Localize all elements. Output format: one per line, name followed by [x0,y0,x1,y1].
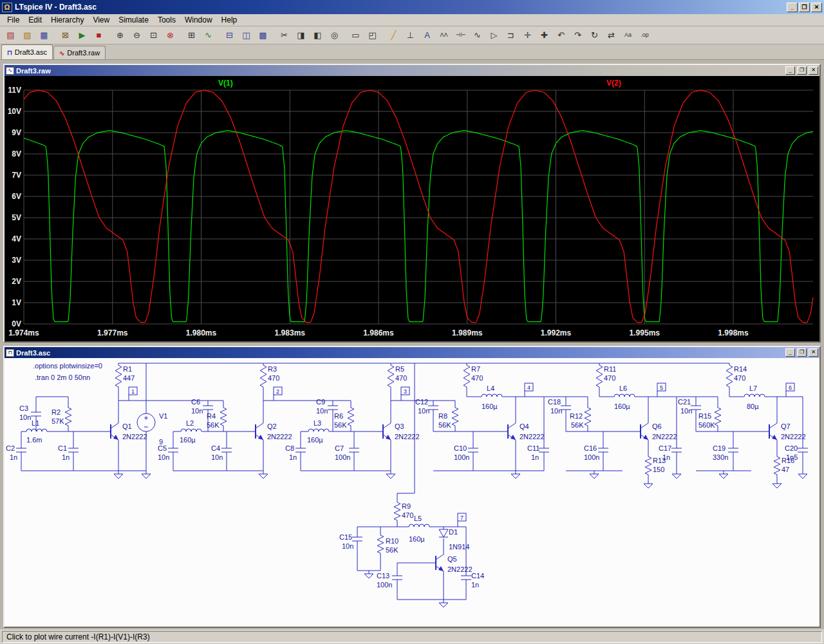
print-icon[interactable]: ▭ [348,28,364,43]
menu-simulate[interactable]: Simulate [114,14,153,26]
waveform-tab-icon: ∿ [59,50,64,57]
redo-icon[interactable]: ↷ [570,28,586,43]
tile-vertical-icon[interactable]: ◫ [238,28,254,43]
text-icon[interactable]: Aa [620,28,636,43]
svg-text:1n: 1n [289,453,297,461]
spectrum-icon[interactable]: ∿ [200,28,216,43]
menu-window[interactable]: Window [180,14,217,26]
toolbar-separator [108,28,112,43]
zoom-clear-icon[interactable]: ⊗ [162,28,178,43]
svg-text:V(2): V(2) [606,79,621,88]
ground-icon[interactable]: ⊥ [402,28,418,43]
svg-text:10n: 10n [316,407,328,415]
maximize-button[interactable]: ❐ [799,3,810,12]
toolbar-separator [343,28,348,43]
waveform-close-button[interactable]: ✕ [809,66,818,75]
minimize-button[interactable]: _ [787,3,798,12]
svg-text:47: 47 [782,466,789,473]
cascade-icon[interactable]: ▩ [255,28,271,43]
inductor-icon[interactable]: ∿ [469,28,485,43]
svg-text:470: 470 [402,511,413,519]
svg-text:Q6: Q6 [652,422,662,430]
zoom-full-icon[interactable]: ⊡ [145,28,162,43]
svg-text:56K: 56K [386,546,398,554]
new-schematic-icon[interactable]: ▤ [3,28,19,43]
waveform-window-titlebar[interactable]: ∿ Draft3.raw _❐✕ [5,65,819,76]
diode-icon[interactable]: ▷ [486,28,502,43]
net-label-icon[interactable]: A [419,28,435,43]
schematic-window: ⊓ Draft3.asc _❐✕ 1234567.options plotwin… [3,346,821,628]
waveform-maximize-button[interactable]: ❐ [797,66,807,75]
find-icon[interactable]: ◎ [326,28,342,43]
schematic-window-titlebar[interactable]: ⊓ Draft3.asc _❐✕ [5,347,819,358]
svg-text:C6: C6 [191,398,200,406]
save-icon[interactable]: ▦ [36,28,52,43]
svg-text:10n: 10n [211,453,223,461]
paste-icon[interactable]: ◧ [310,28,326,43]
run-icon[interactable]: ▶ [74,28,90,43]
waveform-window-title: Draft3.raw [16,67,785,75]
zoom-back-icon[interactable]: ⊖ [129,28,145,43]
copy-icon[interactable]: ◨ [293,28,309,43]
schematic-window-icon: ⊓ [6,349,14,357]
svg-text:2N2222: 2N2222 [395,433,420,440]
autorange-icon[interactable]: ⊞ [183,28,200,43]
svg-text:8V: 8V [12,149,21,158]
schematic-maximize-button[interactable]: ❐ [797,348,807,357]
undo-icon[interactable]: ↶ [553,28,569,43]
svg-text:1.974ms: 1.974ms [8,328,39,337]
halt-icon[interactable]: ■ [91,28,107,43]
svg-text:160µ: 160µ [482,402,498,410]
waveform-minimize-button[interactable]: _ [785,66,795,75]
spice-directive-icon[interactable]: .op [637,28,653,43]
menu-hierarchy[interactable]: Hierarchy [46,14,88,26]
svg-text:1.6m: 1.6m [26,436,42,444]
svg-text:10n: 10n [680,407,692,415]
cut-icon[interactable]: ✂ [276,28,292,43]
svg-text:R16: R16 [782,457,794,464]
tab-draft3.asc[interactable]: ⊓Draft3.asc [1,44,53,59]
main-titlebar[interactable]: Ω LTspice IV - Draft3.asc _❐✕ [0,0,824,14]
waveform-plot[interactable]: 0V1V2V3V4V5V6V7V8V9V10V11V1.974ms1.977ms… [5,76,819,341]
move-icon[interactable]: ✛ [520,28,536,43]
open-icon[interactable]: ▧ [19,28,35,43]
zoom-in-icon[interactable]: ⊕ [112,28,128,43]
svg-text:100n: 100n [377,581,392,589]
tab-draft3.raw[interactable]: ∿Draft3.raw [53,46,106,59]
mirror-icon[interactable]: ⇄ [603,28,619,43]
rotate-icon[interactable]: ↻ [586,28,603,43]
svg-text:R12: R12 [570,412,583,420]
schematic-minimize-button[interactable]: _ [785,348,795,357]
control-panel-icon[interactable]: ⊠ [57,28,73,43]
svg-text:R9: R9 [402,502,411,510]
svg-text:470: 470 [471,374,483,382]
menu-file[interactable]: File [3,14,24,26]
svg-text:C13: C13 [377,572,389,580]
wire-icon[interactable]: ╱ [386,28,402,43]
schematic-canvas[interactable]: 1234567.options plotwinsize=0.tran 0 2m … [5,358,819,627]
svg-text:56K: 56K [207,421,220,429]
menu-tools[interactable]: Tools [153,14,180,26]
capacitor-icon[interactable]: ⊣⊢ [453,28,469,43]
waveform-window: ∿ Draft3.raw _❐✕ 0V1V2V3V4V5V6V7V8V9V10V… [3,64,821,343]
svg-text:R5: R5 [395,365,404,373]
svg-text:1: 1 [131,388,135,395]
close-button[interactable]: ✕ [811,3,822,12]
print-preview-icon[interactable]: ◰ [364,28,380,43]
svg-text:100n: 100n [584,453,599,461]
component-icon[interactable]: ⊐ [503,28,519,43]
svg-text:10n: 10n [550,407,562,415]
svg-text:.options plotwinsize=0: .options plotwinsize=0 [33,362,102,370]
svg-text:160µ: 160µ [180,436,196,444]
menu-help[interactable]: Help [217,14,242,26]
svg-text:C3: C3 [19,404,28,412]
schematic-window-controls: _❐✕ [785,348,818,357]
menu-view[interactable]: View [88,14,114,26]
svg-text:L6: L6 [619,384,627,392]
svg-text:6: 6 [789,384,792,391]
schematic-close-button[interactable]: ✕ [809,348,818,357]
menu-edit[interactable]: Edit [24,14,46,26]
tile-horizontal-icon[interactable]: ⊟ [221,28,238,43]
resistor-icon[interactable]: ΛΛ [436,28,452,43]
drag-icon[interactable]: ✚ [536,28,552,43]
